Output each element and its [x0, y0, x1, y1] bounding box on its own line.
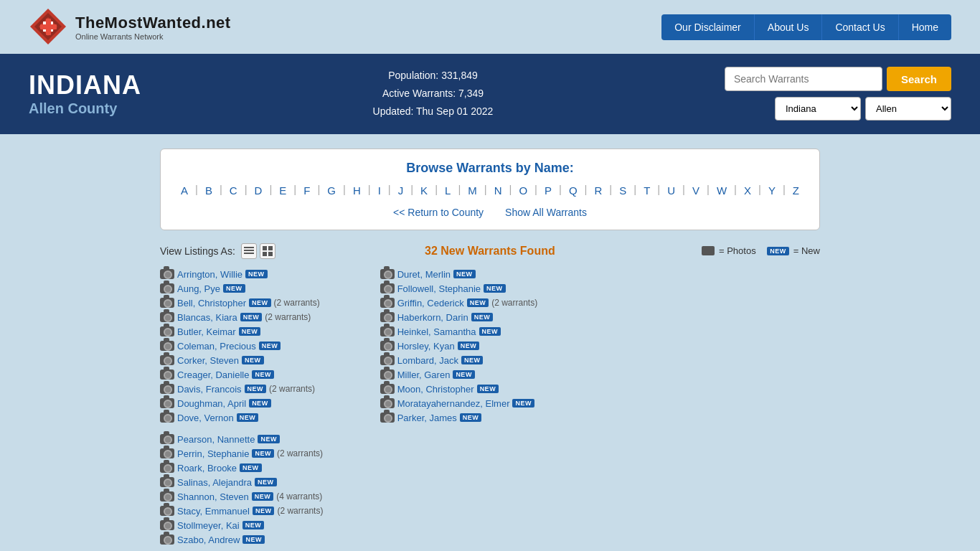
- nav-contact[interactable]: Contact Us: [822, 14, 898, 40]
- alpha-separator: |: [633, 183, 636, 198]
- camera-icon: [160, 355, 174, 365]
- warrant-name-link[interactable]: Davis, Francois: [177, 384, 242, 395]
- alpha-link-I[interactable]: I: [375, 183, 384, 198]
- warrant-name-link[interactable]: Miller, Garen: [397, 369, 451, 380]
- warrant-name-link[interactable]: Doughman, April: [177, 398, 246, 409]
- alpha-separator: |: [734, 183, 737, 198]
- show-all-warrants-link[interactable]: Show All Warrants: [505, 207, 587, 218]
- return-to-county-link[interactable]: << Return to County: [393, 207, 484, 218]
- alpha-link-Z[interactable]: Z: [790, 183, 802, 198]
- warrant-name-link[interactable]: Dove, Vernon: [177, 413, 234, 423]
- browse-title: Browse Warrants by Name:: [175, 161, 805, 176]
- alpha-link-J[interactable]: J: [395, 183, 407, 198]
- banner-search-block: Search Indiana Allen: [725, 67, 951, 121]
- names-col-1: Arrington, WillieNEWAung, PyeNEWBell, Ch…: [160, 269, 380, 549]
- alpha-link-M[interactable]: M: [465, 183, 480, 198]
- logo-subtitle: Online Warrants Network: [75, 32, 231, 41]
- alpha-link-V[interactable]: V: [689, 183, 702, 198]
- list-item: Salinas, AlejandraNEW: [160, 477, 380, 488]
- view-as-label: View Listings As:: [160, 245, 235, 257]
- alpha-link-S[interactable]: S: [616, 183, 629, 198]
- alpha-link-D[interactable]: D: [252, 183, 265, 198]
- list-item: Moratayahernandez, ElmerNEW: [380, 398, 600, 409]
- warrant-count: (2 warrants): [277, 506, 323, 516]
- list-item: Followell, StephanieNEW: [380, 283, 600, 294]
- alpha-separator: |: [245, 183, 248, 198]
- warrant-count: (2 warrants): [491, 298, 537, 308]
- warrant-name-link[interactable]: Blancas, Kiara: [177, 312, 237, 323]
- list-item: Aung, PyeNEW: [160, 283, 380, 294]
- alpha-link-K[interactable]: K: [418, 183, 430, 198]
- list-item: Perrin, StephanieNEW(2 warrants): [160, 448, 380, 459]
- warrant-name-link[interactable]: Aung, Pye: [177, 283, 220, 294]
- warrant-name-link[interactable]: Horsley, Kyan: [397, 341, 455, 352]
- list-item: Heinkel, SamanthaNEW: [380, 326, 600, 337]
- warrant-name-link[interactable]: Haberkorn, Darin: [397, 312, 468, 323]
- camera-icon: [160, 463, 174, 473]
- warrant-name-link[interactable]: Duret, Merlin: [397, 269, 451, 280]
- warrant-name-link[interactable]: Bell, Christopher: [177, 298, 246, 309]
- warrant-name-link[interactable]: Coleman, Precious: [177, 341, 256, 352]
- warrant-name-link[interactable]: Followell, Stephanie: [397, 283, 481, 294]
- alpha-link-B[interactable]: B: [202, 183, 215, 198]
- warrant-name-link[interactable]: Heinkel, Samantha: [397, 326, 476, 337]
- warrant-name-link[interactable]: Moratayahernandez, Elmer: [397, 398, 510, 409]
- names-col-3: [600, 269, 820, 549]
- warrant-name-link[interactable]: Shannon, Steven: [177, 491, 249, 502]
- warrant-name-link[interactable]: Creager, Danielle: [177, 369, 249, 380]
- warrant-name-link[interactable]: Stacy, Emmanuel: [177, 506, 250, 517]
- warrant-name-link[interactable]: Butler, Keimar: [177, 326, 236, 337]
- camera-icon: [160, 491, 174, 501]
- warrant-name-link[interactable]: Roark, Brooke: [177, 463, 237, 474]
- alpha-link-Y[interactable]: Y: [765, 183, 778, 198]
- alpha-link-R[interactable]: R: [592, 183, 606, 198]
- nav-home[interactable]: Home: [899, 14, 951, 40]
- warrant-name-link[interactable]: Griffin, Cederick: [397, 298, 464, 309]
- grid-view-icon[interactable]: [260, 243, 275, 259]
- warrant-name-link[interactable]: Perrin, Stephanie: [177, 448, 249, 459]
- list-item: Duret, MerlinNEW: [380, 269, 600, 280]
- alpha-link-L[interactable]: L: [442, 183, 453, 198]
- alpha-link-A[interactable]: A: [178, 183, 191, 198]
- search-input[interactable]: [725, 67, 882, 91]
- nav-about[interactable]: About Us: [755, 14, 823, 40]
- camera-icon: [160, 283, 174, 293]
- new-badge: NEW: [249, 399, 271, 408]
- alpha-link-T[interactable]: T: [641, 183, 653, 198]
- warrant-name-link[interactable]: Stollmeyer, Kai: [177, 520, 240, 531]
- alpha-link-H[interactable]: H: [350, 183, 364, 198]
- alpha-separator: |: [317, 183, 320, 198]
- search-button[interactable]: Search: [887, 67, 951, 91]
- alpha-link-W[interactable]: W: [714, 183, 730, 198]
- alpha-link-C[interactable]: C: [227, 183, 240, 198]
- alpha-link-E[interactable]: E: [276, 183, 289, 198]
- list-view-icon[interactable]: [241, 243, 257, 259]
- alpha-link-Q[interactable]: Q: [566, 183, 580, 198]
- warrant-name-link[interactable]: Arrington, Willie: [177, 269, 242, 280]
- list-item: Griffin, CederickNEW(2 warrants): [380, 298, 600, 309]
- county-select[interactable]: Allen: [865, 97, 951, 121]
- new-badge: NEW: [461, 356, 484, 364]
- alpha-link-N[interactable]: N: [491, 183, 505, 198]
- alpha-link-F[interactable]: F: [301, 183, 313, 198]
- alpha-link-U[interactable]: U: [664, 183, 678, 198]
- nav-disclaimer[interactable]: Our Disclaimer: [661, 14, 755, 40]
- alpha-link-X[interactable]: X: [741, 183, 754, 198]
- warrant-name-link[interactable]: Corker, Steven: [177, 355, 239, 366]
- warrant-name-link[interactable]: Pearson, Nannette: [177, 434, 255, 445]
- new-badge: NEW: [460, 413, 482, 422]
- alpha-link-G[interactable]: G: [324, 183, 339, 198]
- camera-icon: [160, 413, 174, 423]
- new-badge: NEW: [253, 507, 275, 515]
- logo-title: TheMostWanted.net: [75, 14, 231, 32]
- warrant-name-link[interactable]: Parker, James: [397, 413, 457, 423]
- warrant-name-link[interactable]: Lombard, Jack: [397, 355, 458, 366]
- warrant-name-link[interactable]: Szabo, Andrew: [177, 534, 240, 545]
- warrant-name-link[interactable]: Moon, Christopher: [397, 384, 474, 395]
- warrant-name-link[interactable]: Salinas, Alejandra: [177, 477, 252, 488]
- state-select[interactable]: Indiana: [775, 97, 861, 121]
- alpha-link-P[interactable]: P: [542, 183, 555, 198]
- search-row: Search: [725, 67, 951, 91]
- alpha-link-O[interactable]: O: [516, 183, 530, 198]
- top-header: TheMostWanted.net Online Warrants Networ…: [0, 0, 980, 54]
